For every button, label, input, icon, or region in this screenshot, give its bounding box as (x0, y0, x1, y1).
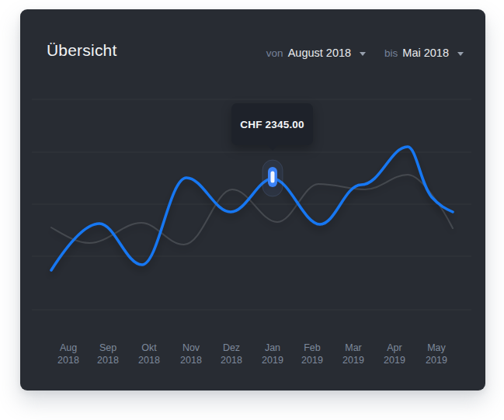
axis-label-dez-2018: Dez 2018 (210, 342, 253, 366)
highlighted-data-point[interactable] (262, 160, 283, 196)
axis-label-aug-2018: Aug 2018 (47, 342, 90, 366)
axis-year: 2019 (373, 355, 416, 367)
axis-label-mar-2019: Mar 2019 (332, 342, 375, 366)
axis-month: Sep (86, 342, 130, 355)
axis-year: 2018 (169, 355, 213, 367)
axis-label-nov-2018: Nov 2018 (169, 342, 213, 366)
axis-month: Nov (169, 342, 213, 355)
series-line-primary[interactable] (51, 147, 453, 270)
axis-month: Dez (210, 342, 253, 355)
axis-label-apr-2019: Apr 2019 (373, 342, 416, 366)
axis-month: Jan (251, 342, 294, 355)
axis-year: 2019 (415, 355, 458, 367)
chart-tooltip: CHF 2345.00 (231, 103, 313, 145)
axis-label-jan-2019: Jan 2019 (251, 342, 294, 366)
axis-year: 2018 (47, 355, 90, 367)
axis-month: Feb (290, 342, 334, 355)
axis-year: 2019 (290, 355, 334, 367)
chart-canvas[interactable] (20, 9, 485, 390)
series-line-secondary[interactable] (51, 175, 453, 245)
axis-month: Okt (127, 342, 171, 355)
axis-label-okt-2018: Okt 2018 (127, 342, 171, 366)
axis-year: 2018 (210, 355, 253, 367)
axis-year: 2018 (127, 355, 171, 367)
axis-label-sep-2018: Sep 2018 (86, 342, 130, 366)
tooltip-value: CHF 2345.00 (240, 119, 304, 130)
axis-month: Apr (373, 342, 416, 355)
axis-year: 2019 (251, 355, 294, 367)
axis-year: 2018 (86, 355, 130, 367)
point-marker-core (271, 172, 275, 183)
axis-label-may-2019: May 2019 (415, 342, 458, 366)
overview-card: Übersicht von August 2018 bis Mai 2018 (20, 9, 485, 390)
axis-month: Aug (47, 342, 90, 355)
axis-month: Mar (332, 342, 375, 355)
axis-month: May (415, 342, 458, 355)
axis-label-feb-2019: Feb 2019 (290, 342, 334, 366)
axis-year: 2019 (332, 355, 375, 367)
